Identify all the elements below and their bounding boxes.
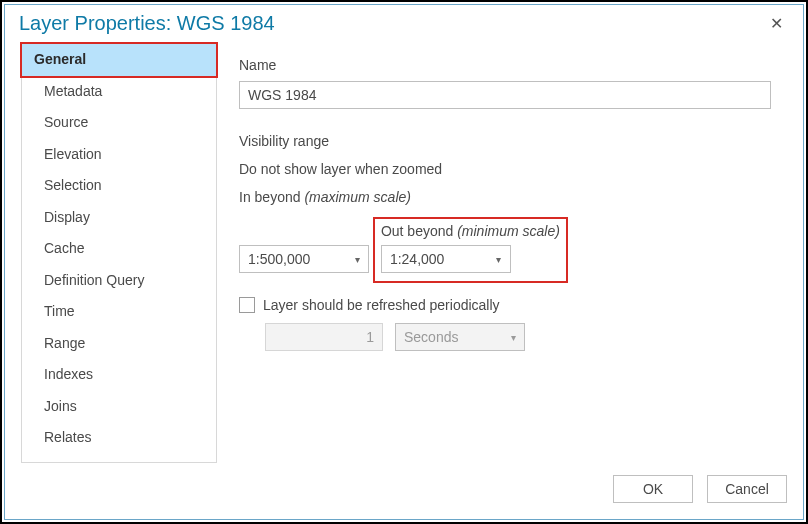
category-sidebar: General Metadata Source Elevation Select… [21, 43, 217, 463]
refresh-unit-combo: Seconds ▾ [395, 323, 525, 351]
tab-page-query[interactable]: Page Query [22, 454, 216, 464]
tab-display[interactable]: Display [22, 202, 216, 234]
refresh-checkbox[interactable] [239, 297, 255, 313]
tab-range[interactable]: Range [22, 328, 216, 360]
dialog-title: Layer Properties: WGS 1984 [19, 12, 762, 35]
refresh-interval-input [265, 323, 383, 351]
tab-selection[interactable]: Selection [22, 170, 216, 202]
name-label: Name [239, 57, 779, 73]
out-beyond-highlight: Out beyond (minimum scale) 1:24,000 ▾ [373, 217, 568, 283]
out-beyond-value: 1:24,000 [382, 248, 488, 270]
in-beyond-value: 1:500,000 [240, 248, 346, 270]
tab-indexes[interactable]: Indexes [22, 359, 216, 391]
tab-general[interactable]: General [22, 44, 216, 76]
visibility-range-header: Visibility range [239, 133, 779, 149]
cancel-button[interactable]: Cancel [707, 475, 787, 503]
refresh-label: Layer should be refreshed periodically [263, 297, 500, 313]
refresh-unit-value: Seconds [396, 326, 502, 348]
in-beyond-combo[interactable]: 1:500,000 ▾ [239, 245, 369, 273]
visibility-note: Do not show layer when zoomed [239, 161, 779, 177]
general-panel: Name Visibility range Do not show layer … [235, 43, 787, 463]
close-icon[interactable]: ✕ [762, 14, 791, 34]
layer-properties-dialog: Layer Properties: WGS 1984 ✕ General Met… [4, 4, 804, 520]
out-beyond-label: Out beyond (minimum scale) [381, 223, 560, 239]
name-input[interactable] [239, 81, 771, 109]
out-beyond-combo[interactable]: 1:24,000 ▾ [381, 245, 511, 273]
dialog-footer: OK Cancel [5, 463, 803, 519]
tab-cache[interactable]: Cache [22, 233, 216, 265]
tab-definition-query[interactable]: Definition Query [22, 265, 216, 297]
ok-button[interactable]: OK [613, 475, 693, 503]
tab-joins[interactable]: Joins [22, 391, 216, 423]
titlebar: Layer Properties: WGS 1984 ✕ [5, 5, 803, 39]
chevron-down-icon: ▾ [488, 254, 510, 265]
in-beyond-label: In beyond (maximum scale) [239, 189, 779, 205]
tab-time[interactable]: Time [22, 296, 216, 328]
tab-relates[interactable]: Relates [22, 422, 216, 454]
tab-metadata[interactable]: Metadata [22, 76, 216, 108]
chevron-down-icon: ▾ [346, 254, 368, 265]
tab-elevation[interactable]: Elevation [22, 139, 216, 171]
chevron-down-icon: ▾ [502, 332, 524, 343]
tab-source[interactable]: Source [22, 107, 216, 139]
